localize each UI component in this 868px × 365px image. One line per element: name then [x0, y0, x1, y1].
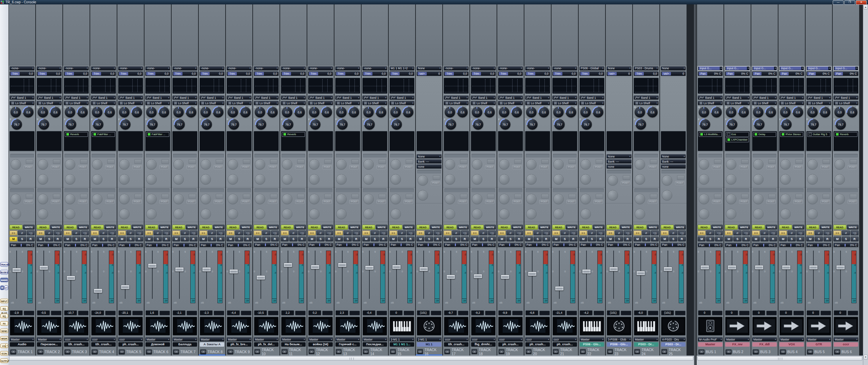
automation-write-button[interactable]: WRITE [376, 225, 387, 230]
gain-row[interactable]: Trim0,0 [254, 71, 279, 76]
fx-bin[interactable] [579, 131, 604, 151]
solo-button[interactable]: S [344, 237, 351, 241]
automation-write-button[interactable]: WRITE [23, 225, 35, 230]
gain-meter-button[interactable]: ‖+‖ [579, 231, 587, 235]
send-destination-bar[interactable] [200, 188, 224, 192]
volume-value[interactable]: -0,5 [37, 310, 50, 315]
midi-bank-selector[interactable]: Bank: --- [661, 159, 686, 164]
eq-shape-selector[interactable]: Lo Shelf▾ [579, 101, 604, 105]
volume-fader[interactable] [700, 251, 709, 299]
eq-band-selector[interactable]: Band 1▾ [91, 95, 116, 100]
eq-band-selector[interactable]: Band 1▾ [199, 95, 225, 100]
eq-gain-knob[interactable]: 0,0 [11, 107, 21, 117]
send-destination-bar[interactable] [10, 154, 34, 158]
eq-q-knob[interactable]: 0,6 [593, 107, 603, 117]
output-selector[interactable]: Master▾ [9, 337, 35, 342]
gain-meter-button[interactable]: ‖+‖ [806, 231, 814, 235]
send-post-button[interactable]: POST [159, 165, 169, 169]
mute-button[interactable]: M [579, 237, 587, 241]
gain-row[interactable]: Trim0,0 [64, 71, 89, 76]
eq-q-knob[interactable]: 0,6 [104, 107, 115, 117]
track-icon[interactable] [634, 317, 658, 336]
gain-meter-button[interactable]: ‖+‖ [833, 231, 841, 235]
eq-shape-selector[interactable]: Lo Shelf▾ [281, 101, 306, 105]
volume-value[interactable]: 2,3 [335, 310, 348, 315]
gain-row[interactable]: Trim0,0 [444, 71, 469, 76]
track-icon[interactable] [807, 317, 831, 336]
eq-gain-knob[interactable]: 0,0 [834, 107, 845, 117]
eq-q-knob[interactable]: 0,6 [376, 107, 386, 117]
send-level-knob[interactable] [336, 174, 347, 185]
fx-bin[interactable] [606, 131, 632, 151]
send-post-button[interactable]: POST [821, 165, 830, 169]
output-selector[interactable]: 4-PS03 - Dru▾ [661, 337, 686, 342]
eq-freq-knob[interactable]: 79,7 [781, 119, 792, 130]
eq-shape-selector[interactable]: Lo Shelf▾ [806, 101, 831, 105]
automation-write-button[interactable]: WRITE [539, 225, 550, 230]
strip-name[interactable]: ph_fx_bre... [227, 342, 251, 347]
send-destination-bar[interactable] [390, 188, 414, 192]
arm-button[interactable]: R [678, 237, 686, 241]
strip-name[interactable]: Баллада [173, 342, 197, 347]
section-toggle-eq[interactable]: EQ [0, 314, 8, 318]
gain-row[interactable]: Trim0,0 [118, 71, 143, 76]
scroll-down-icon[interactable]: ▼ [864, 355, 868, 360]
track-icon[interactable] [146, 317, 170, 336]
volume-fader[interactable] [93, 251, 102, 299]
arm-button[interactable]: R [515, 237, 523, 241]
fx-enable-led[interactable] [782, 133, 785, 136]
phase-button[interactable]: Ø [154, 231, 161, 235]
volume-value[interactable]: 0 [779, 310, 792, 315]
fx-enable-led[interactable] [148, 133, 151, 136]
send-pan-knob[interactable] [173, 159, 184, 170]
fader-handle[interactable] [148, 263, 157, 268]
send-pan-knob[interactable] [580, 159, 591, 170]
volume-fader[interactable] [337, 251, 347, 299]
volume-fader[interactable] [554, 251, 564, 299]
fx-plugin[interactable]: Eos [726, 132, 749, 137]
pan-control[interactable]: Pan0% C [37, 243, 62, 247]
interleave-button[interactable]: +))) [651, 231, 659, 235]
solo-button[interactable]: S [588, 237, 596, 241]
gain-meter-button[interactable]: ‖+‖ [698, 231, 706, 235]
strip-name[interactable]: cccr [834, 342, 858, 347]
send-pan-knob[interactable] [526, 194, 537, 204]
interleave-button[interactable]: +))) [570, 231, 577, 235]
volume-value[interactable]: -0,4 [363, 310, 375, 315]
send-destination-bar[interactable] [309, 154, 332, 158]
gain-meter-button[interactable]: ‖+‖ [172, 231, 180, 235]
solo-button[interactable]: S [615, 237, 623, 241]
pan-control[interactable]: Pan0% C [552, 243, 577, 247]
volume-fader[interactable] [581, 251, 591, 299]
send-level-knob[interactable] [336, 209, 347, 219]
pan-control[interactable]: Pan0% C [389, 243, 414, 247]
input-selector[interactable]: -none-▾ [227, 66, 252, 71]
track-icon[interactable] [173, 317, 197, 336]
send-pan-knob[interactable] [472, 194, 482, 204]
input-selector[interactable]: -none-▾ [199, 66, 225, 71]
send-level-knob[interactable] [807, 209, 818, 219]
fx-bin[interactable]: Delay [752, 131, 777, 151]
send-level-knob[interactable] [228, 174, 238, 185]
automation-read-button[interactable]: READ [199, 225, 212, 230]
section-toggle-m-s-r[interactable]: M/S/R [0, 336, 8, 341]
eq-gain-knob[interactable]: 0,0 [336, 107, 347, 117]
send-level-knob[interactable] [580, 209, 591, 219]
input-selector[interactable]: None▾ [417, 66, 442, 71]
arm-button[interactable]: R [851, 237, 859, 241]
output-selector[interactable]: cccr▾ [471, 337, 496, 342]
eq-band-selector[interactable]: Band 1▾ [752, 95, 777, 100]
strip-name[interactable]: война (34) [308, 342, 333, 347]
gain-meter-button[interactable]: ‖+‖ [308, 231, 316, 235]
eq-freq-knob[interactable]: 79,7 [283, 119, 293, 130]
volume-value[interactable]: -20,1 [118, 310, 131, 315]
automation-write-button[interactable]: WRITE [213, 225, 225, 230]
eq-gain-knob[interactable]: 0,0 [390, 107, 401, 117]
volume-fader[interactable] [754, 251, 764, 299]
eq-q-knob[interactable]: 0,6 [132, 107, 142, 117]
eq-band-selector[interactable]: Band 1▾ [335, 95, 360, 100]
input-selector[interactable]: Input G...▾ [752, 66, 777, 71]
volume-value[interactable]: 1,6 [146, 310, 158, 315]
send-level-knob[interactable] [526, 209, 537, 219]
arm-button[interactable]: R [108, 237, 116, 241]
